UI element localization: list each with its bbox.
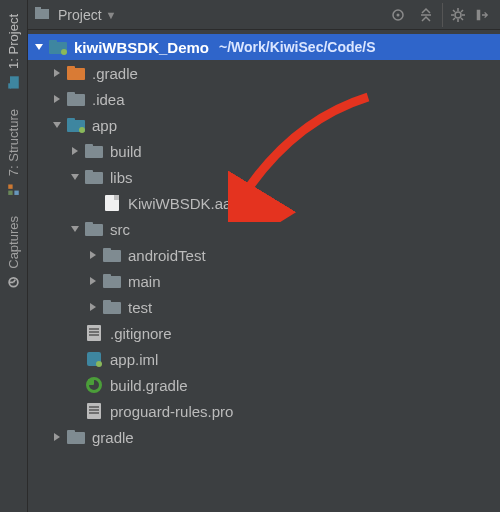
- label: gradle: [92, 429, 134, 446]
- project-tree: kiwiWBSDK_Demo ~/Work/KiwiSec/Code/S .gr…: [28, 30, 500, 454]
- tab-project-label: 1: Project: [6, 14, 21, 69]
- expand-icon[interactable]: [86, 300, 100, 314]
- label: app: [92, 117, 117, 134]
- no-arrow: [68, 352, 82, 366]
- folder-icon: [66, 428, 86, 446]
- tree-root[interactable]: kiwiWBSDK_Demo ~/Work/KiwiSec/Code/S: [28, 34, 500, 60]
- tree-item-gradle[interactable]: gradle: [28, 424, 500, 450]
- svg-point-38: [96, 361, 102, 367]
- svg-rect-14: [477, 9, 481, 20]
- svg-point-13: [455, 12, 461, 18]
- tab-structure-label: 7: Structure: [6, 109, 21, 176]
- svg-rect-34: [103, 274, 111, 278]
- expand-icon[interactable]: [68, 144, 82, 158]
- label: .idea: [92, 91, 125, 108]
- no-arrow: [68, 378, 82, 392]
- module-file-icon: [84, 350, 104, 368]
- dropdown-icon[interactable]: ▼: [106, 9, 117, 21]
- svg-rect-19: [67, 66, 75, 70]
- label: proguard-rules.pro: [110, 403, 233, 420]
- expand-icon[interactable]: [86, 248, 100, 262]
- expand-icon[interactable]: [50, 430, 64, 444]
- expand-icon[interactable]: [68, 170, 82, 184]
- hide-icon[interactable]: [470, 3, 494, 27]
- captures-tab-icon: [7, 274, 21, 289]
- tab-captures-label: Captures: [6, 216, 21, 269]
- label: main: [128, 273, 161, 290]
- tree-item-build[interactable]: build: [28, 138, 500, 164]
- no-arrow: [68, 326, 82, 340]
- label: build.gradle: [110, 377, 188, 394]
- root-name: kiwiWBSDK_Demo: [74, 39, 209, 56]
- tree-item-src[interactable]: src: [28, 216, 500, 242]
- tree-item-gitignore[interactable]: .gitignore: [28, 320, 500, 346]
- svg-rect-30: [85, 222, 93, 226]
- tree-item-test[interactable]: test: [28, 294, 500, 320]
- module-folder-icon: [48, 38, 68, 56]
- folder-icon: [102, 246, 122, 264]
- svg-rect-0: [10, 76, 19, 88]
- no-arrow: [68, 404, 82, 418]
- expand-icon[interactable]: [68, 222, 82, 236]
- label: app.iml: [110, 351, 158, 368]
- project-toolbar: Project ▼: [28, 0, 500, 30]
- tree-item-aar[interactable]: KiwiWBSDK.aar: [28, 190, 500, 216]
- svg-rect-2: [8, 191, 12, 195]
- project-tool-window: Project ▼ kiwiWBSDK_Demo ~/Work/KiwiSec/…: [28, 0, 500, 512]
- svg-point-17: [61, 49, 67, 55]
- tree-item-app[interactable]: app: [28, 112, 500, 138]
- folder-icon: [84, 142, 104, 160]
- label: KiwiWBSDK.aar: [128, 195, 236, 212]
- tree-item-main[interactable]: main: [28, 268, 500, 294]
- structure-tab-icon: [7, 182, 21, 197]
- expand-icon[interactable]: [32, 40, 46, 54]
- svg-line-7: [14, 280, 16, 283]
- svg-rect-3: [8, 184, 12, 188]
- tree-item-iml[interactable]: app.iml: [28, 346, 500, 372]
- svg-rect-32: [103, 248, 111, 252]
- svg-rect-9: [35, 7, 41, 10]
- svg-point-11: [397, 13, 400, 16]
- tree-item-build-gradle[interactable]: build.gradle: [28, 372, 500, 398]
- label: .gradle: [92, 65, 138, 82]
- folder-icon: [84, 168, 104, 186]
- tab-structure[interactable]: 7: Structure: [4, 99, 23, 206]
- expand-icon[interactable]: [50, 92, 64, 106]
- label: test: [128, 299, 152, 316]
- label: src: [110, 221, 130, 238]
- no-arrow: [86, 196, 100, 210]
- label: .gitignore: [110, 325, 172, 342]
- excluded-folder-icon: [66, 64, 86, 82]
- module-folder-icon: [66, 116, 86, 134]
- svg-point-24: [79, 127, 85, 133]
- tree-item-androidtest[interactable]: androidTest: [28, 242, 500, 268]
- svg-rect-4: [14, 191, 18, 195]
- gear-icon[interactable]: [442, 3, 466, 27]
- expand-icon[interactable]: [50, 118, 64, 132]
- tree-item-idea[interactable]: .idea: [28, 86, 500, 112]
- folder-icon: [102, 298, 122, 316]
- project-view-title[interactable]: Project: [58, 7, 102, 23]
- expand-icon[interactable]: [86, 274, 100, 288]
- tab-project[interactable]: 1: Project: [4, 4, 23, 99]
- tree-item-gradle-cache[interactable]: .gradle: [28, 60, 500, 86]
- tab-captures[interactable]: Captures: [4, 206, 23, 299]
- svg-rect-16: [49, 40, 57, 44]
- scroll-from-source-icon[interactable]: [386, 3, 410, 27]
- expand-icon[interactable]: [50, 66, 64, 80]
- collapse-all-icon[interactable]: [414, 3, 438, 27]
- svg-rect-8: [35, 9, 49, 19]
- svg-rect-1: [8, 83, 11, 88]
- label: build: [110, 143, 142, 160]
- tool-window-tabs: 1: Project 7: Structure Captures: [0, 0, 28, 512]
- folder-icon: [102, 272, 122, 290]
- tree-item-proguard[interactable]: proguard-rules.pro: [28, 398, 500, 424]
- tree-item-libs[interactable]: libs: [28, 164, 500, 190]
- svg-rect-28: [85, 170, 93, 174]
- svg-rect-26: [85, 144, 93, 148]
- project-tab-icon: [7, 74, 21, 89]
- folder-icon: [66, 90, 86, 108]
- svg-rect-36: [103, 300, 111, 304]
- project-view-icon: [34, 5, 50, 24]
- text-file-icon: [84, 324, 104, 342]
